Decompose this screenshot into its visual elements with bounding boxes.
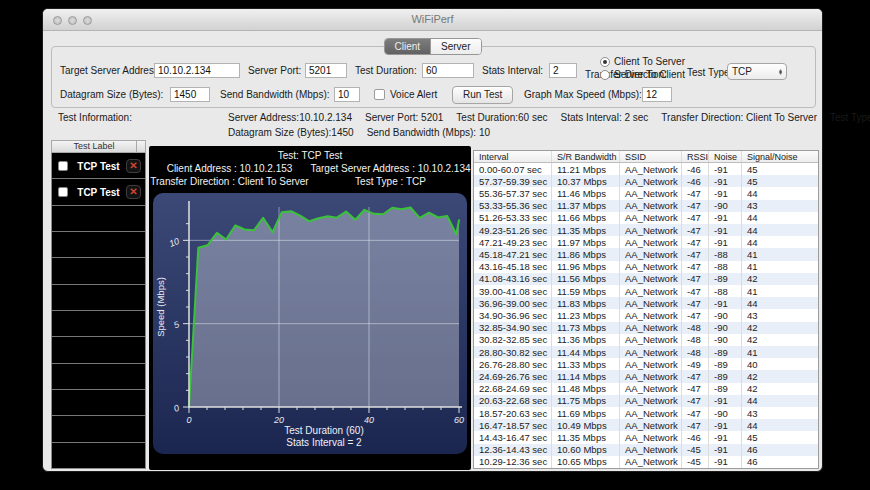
delete-test-icon[interactable]: ✕ — [126, 185, 141, 199]
table-row[interactable]: 51.26-53.33 sec11.66 MbpsAA_Network-47-9… — [474, 212, 818, 224]
radio-client-to-server-icon[interactable] — [600, 57, 610, 67]
titlebar[interactable]: WiFiPerf — [43, 9, 822, 31]
table-cell: AA_Network — [620, 407, 682, 419]
table-row[interactable]: 49.23-51.26 sec11.35 MbpsAA_Network-47-9… — [474, 224, 818, 236]
table-cell: 44 — [742, 297, 818, 309]
table-cell: -47 — [682, 370, 709, 382]
radio-server-to-client-label: Server To Client — [614, 69, 685, 80]
test-row-empty — [52, 206, 145, 232]
table-cell: -47 — [682, 212, 709, 224]
test-row-empty — [52, 364, 145, 390]
table-row[interactable]: 18.57-20.63 sec11.69 MbpsAA_Network-47-9… — [474, 407, 818, 419]
tab-client[interactable]: Client — [384, 39, 430, 54]
table-cell: -45 — [682, 456, 709, 468]
table-cell: AA_Network — [620, 175, 682, 187]
server-port-input[interactable] — [305, 63, 347, 78]
table-cell: -91 — [709, 163, 742, 175]
test-label-sidebar: Test Label TCP Test✕TCP Test✕ — [51, 140, 146, 469]
run-test-button[interactable]: Run Test — [452, 86, 513, 104]
table-row[interactable]: 22.68-24.69 sec11.48 MbpsAA_Network-47-8… — [474, 383, 818, 395]
table-row[interactable]: 26.76-28.80 sec11.33 MbpsAA_Network-49-8… — [474, 358, 818, 370]
column-header[interactable]: Noise — [709, 151, 742, 162]
send-bandwidth-input[interactable] — [334, 87, 360, 102]
target-server-address-input[interactable] — [154, 63, 240, 78]
table-row[interactable]: 39.00-41.08 sec11.59 MbpsAA_Network-47-8… — [474, 285, 818, 297]
table-row[interactable]: 32.85-34.90 sec11.73 MbpsAA_Network-48-9… — [474, 322, 818, 334]
table-cell: 11.36 Mbps — [552, 334, 620, 346]
table-row[interactable]: 12.36-14.43 sec10.60 MbpsAA_Network-45-9… — [474, 444, 818, 456]
table-cell: 41 — [742, 248, 818, 260]
table-row[interactable]: 45.18-47.21 sec11.86 MbpsAA_Network-47-8… — [474, 248, 818, 260]
test-information-item: Server Address:10.10.2.134 — [228, 112, 352, 123]
table-row[interactable]: 14.43-16.47 sec11.35 MbpsAA_Network-46-9… — [474, 431, 818, 443]
table-cell: -47 — [682, 309, 709, 321]
test-label-header[interactable]: Test Label — [51, 140, 146, 153]
table-cell: 16.47-18.57 sec — [474, 419, 552, 431]
table-row[interactable]: 16.47-18.57 sec10.49 MbpsAA_Network-47-9… — [474, 419, 818, 431]
table-cell: -91 — [709, 175, 742, 187]
test-label-header-stub — [136, 141, 145, 152]
radio-server-to-client[interactable]: Server To Client — [600, 68, 685, 81]
table-row[interactable]: 34.90-36.96 sec11.23 MbpsAA_Network-47-9… — [474, 309, 818, 321]
stats-interval-input[interactable] — [549, 63, 577, 78]
table-row[interactable]: 24.69-26.76 sec11.14 MbpsAA_Network-47-8… — [474, 370, 818, 382]
test-duration-input[interactable] — [422, 63, 474, 78]
svg-text:Speed (Mbps): Speed (Mbps) — [155, 277, 166, 337]
table-cell: 45 — [742, 431, 818, 443]
table-row[interactable]: 53.33-55.36 sec11.37 MbpsAA_Network-47-9… — [474, 200, 818, 212]
table-cell: AA_Network — [620, 456, 682, 468]
voice-alert-checkbox[interactable] — [374, 89, 385, 100]
table-cell: 11.75 Mbps — [552, 395, 620, 407]
table-cell: -91 — [709, 395, 742, 407]
table-row[interactable]: 0.00-60.07 sec11.21 MbpsAA_Network-46-91… — [474, 163, 818, 175]
table-cell: 44 — [742, 224, 818, 236]
table-row[interactable]: 43.16-45.18 sec11.96 MbpsAA_Network-47-8… — [474, 261, 818, 273]
delete-test-icon[interactable]: ✕ — [126, 159, 141, 173]
test-row-empty — [52, 258, 145, 284]
table-row[interactable]: 28.80-30.82 sec11.44 MbpsAA_Network-48-8… — [474, 346, 818, 358]
tab-server[interactable]: Server — [430, 39, 480, 54]
table-row[interactable]: 55.36-57.37 sec11.46 MbpsAA_Network-47-9… — [474, 187, 818, 199]
table-row[interactable]: 41.08-43.16 sec11.56 MbpsAA_Network-47-8… — [474, 273, 818, 285]
radio-client-to-server[interactable]: Client To Server — [600, 55, 685, 68]
table-row[interactable]: 47.21-49.23 sec11.97 MbpsAA_Network-47-9… — [474, 236, 818, 248]
column-header[interactable]: SSID — [620, 151, 682, 162]
table-cell: 11.46 Mbps — [552, 187, 620, 199]
test-row[interactable]: TCP Test✕ — [52, 179, 145, 205]
table-cell: -91 — [709, 212, 742, 224]
table-cell: -90 — [709, 322, 742, 334]
test-information-item: Datagram Size (Bytes):1450 — [228, 127, 354, 138]
radio-server-to-client-icon[interactable] — [600, 70, 610, 80]
graph-max-speed-input[interactable] — [642, 87, 672, 102]
screen-background: WiFiPerf Client Server Target Server Add… — [0, 0, 870, 490]
table-row[interactable]: 20.63-22.68 sec11.75 MbpsAA_Network-47-9… — [474, 395, 818, 407]
table-cell: -47 — [682, 395, 709, 407]
column-header[interactable]: S/R Bandwidth — [552, 151, 620, 162]
table-cell: AA_Network — [620, 334, 682, 346]
table-row[interactable]: 10.29-12.36 sec10.65 MbpsAA_Network-45-9… — [474, 456, 818, 468]
test-row-empty — [52, 390, 145, 416]
table-cell: 36.96-39.00 sec — [474, 297, 552, 309]
table-cell: 47.21-49.23 sec — [474, 236, 552, 248]
test-type-select[interactable]: TCP ▴▾ — [727, 63, 787, 80]
table-cell: 11.96 Mbps — [552, 261, 620, 273]
table-cell: 11.35 Mbps — [552, 224, 620, 236]
table-cell: 42 — [742, 273, 818, 285]
column-header[interactable]: Interval — [474, 151, 552, 162]
table-cell: AA_Network — [620, 431, 682, 443]
table-cell: -46 — [682, 431, 709, 443]
table-row[interactable]: 36.96-39.00 sec11.83 MbpsAA_Network-47-9… — [474, 297, 818, 309]
table-header-row: IntervalS/R BandwidthSSIDRSSINoiseSignal… — [474, 151, 818, 163]
table-cell: AA_Network — [620, 261, 682, 273]
table-row[interactable]: 57.37-59.39 sec10.37 MbpsAA_Network-46-9… — [474, 175, 818, 187]
test-information-item: Test Type:TCP — [830, 112, 870, 123]
column-header[interactable]: Signal/Noise — [742, 151, 818, 162]
table-row[interactable]: 30.82-32.85 sec11.36 MbpsAA_Network-48-9… — [474, 334, 818, 346]
datagram-size-input[interactable] — [170, 87, 210, 102]
table-cell: -90 — [709, 200, 742, 212]
table-cell: -88 — [709, 248, 742, 260]
test-row[interactable]: TCP Test✕ — [52, 153, 145, 179]
column-header[interactable]: RSSI — [682, 151, 709, 162]
table-cell: 44 — [742, 419, 818, 431]
table-cell: AA_Network — [620, 346, 682, 358]
